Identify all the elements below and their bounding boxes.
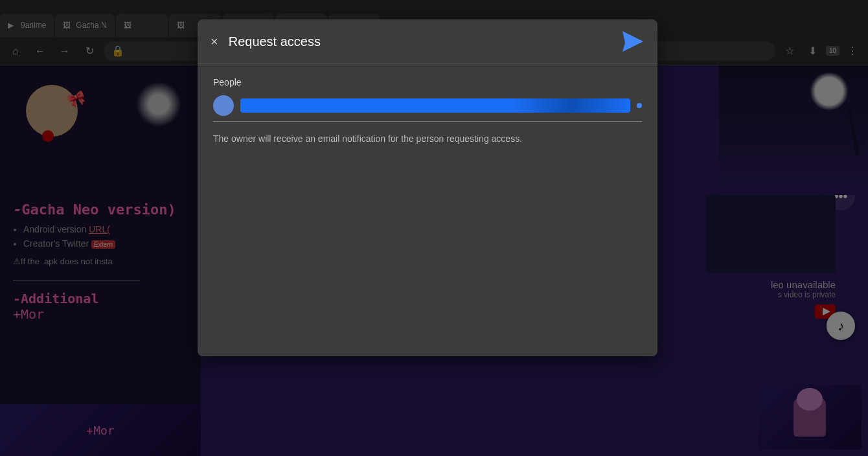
- request-access-modal: × Request access People: [198, 19, 657, 356]
- modal-overlay: × Request access People: [0, 0, 868, 456]
- redacted-username: [240, 98, 630, 113]
- user-avatar: [213, 95, 234, 116]
- send-button[interactable]: [621, 30, 645, 53]
- modal-title: Request access: [229, 34, 621, 49]
- people-label: People: [213, 77, 642, 87]
- modal-close-button[interactable]: ×: [211, 35, 218, 48]
- svg-marker-5: [622, 31, 643, 52]
- modal-body: People The owner will receive an email n…: [198, 64, 657, 159]
- input-dot-indicator: [637, 103, 642, 108]
- send-icon: [621, 30, 645, 53]
- modal-header: × Request access: [198, 19, 657, 64]
- email-notification-text: The owner will receive an email notifica…: [213, 132, 642, 146]
- people-input-row: [213, 95, 642, 122]
